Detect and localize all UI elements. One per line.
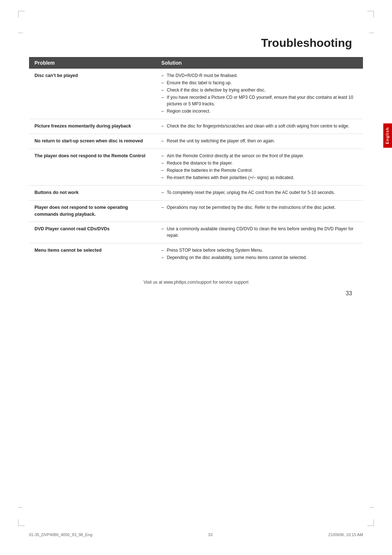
solution-item: The DVD+R/CD-R must be finalised. xyxy=(162,72,358,79)
problem-header: Problem xyxy=(29,57,156,69)
table-row-solution-5: Operations may not be permitted by the d… xyxy=(156,200,363,222)
solution-header: Solution xyxy=(156,57,363,69)
corner-mark-tr xyxy=(367,11,374,17)
solution-item: Re-insert the batteries with their polar… xyxy=(162,174,358,181)
table-row-solution-7: Press STOP twice before selecting System… xyxy=(156,243,363,265)
table-row-problem-6: DVD Player cannot read CDs/DVDs xyxy=(29,222,156,243)
solution-item: To completely reset the player, unplug t… xyxy=(162,189,358,196)
troubleshooting-table: Problem Solution Disc can't be playedThe… xyxy=(29,57,363,265)
bottom-center-text: 33 xyxy=(208,532,212,537)
solution-item: Check if the disc is defective by trying… xyxy=(162,87,358,93)
solution-item: Reset the unit by switching the player o… xyxy=(162,138,358,144)
corner-mark-bl xyxy=(18,519,25,526)
solution-item: Operations may not be permitted by the d… xyxy=(162,204,358,211)
solution-item: Depending on the disc availability, some… xyxy=(162,254,358,261)
table-row-problem-5: Player does not respond to some operatin… xyxy=(29,200,156,222)
solution-item: Use a commonly available cleaning CD/DVD… xyxy=(162,226,358,239)
table-row-problem-0: Disc can't be played xyxy=(29,69,156,119)
table-row-solution-0: The DVD+R/CD-R must be finalised.Ensure … xyxy=(156,69,363,119)
solution-item: Aim the Remote Control directly at the s… xyxy=(162,153,358,159)
tick-right-bottom xyxy=(369,507,374,508)
bottom-left-text: 01-35_DVP4080_4050_93_98_Eng xyxy=(29,532,92,537)
solution-item: Replace the batteries in the Remote Cont… xyxy=(162,167,358,174)
bottom-bar: 01-35_DVP4080_4050_93_98_Eng 33 21/09/06… xyxy=(29,532,363,537)
page: English Troubleshooting Problem Solution… xyxy=(0,0,392,555)
page-title: Troubleshooting xyxy=(29,36,363,50)
table-row-solution-3: Aim the Remote Control directly at the s… xyxy=(156,149,363,186)
table-row-problem-2: No return to start-up screen when disc i… xyxy=(29,134,156,149)
bottom-right-text: 21/09/06, 10:15 AM xyxy=(328,532,363,537)
table-row-solution-6: Use a commonly available cleaning CD/DVD… xyxy=(156,222,363,243)
table-row-solution-2: Reset the unit by switching the player o… xyxy=(156,134,363,149)
table-row-problem-3: The player does not respond to the Remot… xyxy=(29,149,156,186)
solution-item: Press STOP twice before selecting System… xyxy=(162,247,358,254)
table-row-problem-7: Menu items cannot be selected xyxy=(29,243,156,265)
corner-mark-tl xyxy=(18,11,25,17)
tick-right-top xyxy=(369,33,374,33)
tick-left-bottom xyxy=(18,507,23,508)
corner-mark-br xyxy=(367,519,374,526)
footer-support: Visit us at www.philips.com/support for … xyxy=(29,280,363,288)
table-row-solution-1: Check the disc for fingerprints/scratche… xyxy=(156,119,363,134)
table-row-problem-1: Picture freezes momentarily during playb… xyxy=(29,119,156,134)
tick-left-top xyxy=(18,33,23,33)
table-row-problem-4: Buttons do not work xyxy=(29,186,156,200)
solution-item: If you have recorded a Picture CD or MP3… xyxy=(162,94,358,107)
table-row-solution-4: To completely reset the player, unplug t… xyxy=(156,186,363,200)
page-number: 33 xyxy=(29,290,363,297)
solution-item: Region code incorrect. xyxy=(162,108,358,114)
language-tab: English xyxy=(383,123,392,148)
solution-item: Reduce the distance to the player. xyxy=(162,160,358,166)
solution-item: Check the disc for fingerprints/scratche… xyxy=(162,123,358,129)
solution-item: Ensure the disc label is facing up. xyxy=(162,80,358,86)
